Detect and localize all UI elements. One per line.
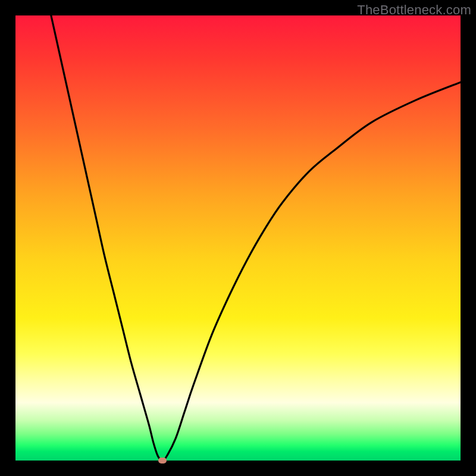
- optimal-point-marker: [158, 458, 167, 464]
- curve-path: [51, 15, 461, 461]
- chart-frame: TheBottleneck.com: [0, 0, 476, 476]
- watermark-text: TheBottleneck.com: [357, 2, 471, 18]
- chart-plot-area: [15, 15, 461, 461]
- bottleneck-curve: [15, 15, 461, 461]
